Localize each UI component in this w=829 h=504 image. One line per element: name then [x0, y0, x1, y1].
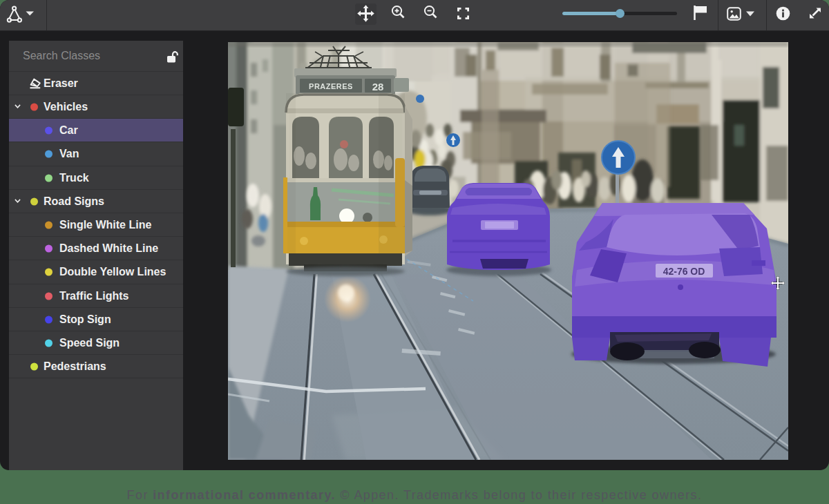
svg-text:28: 28 — [372, 81, 384, 93]
svg-text:42-76 OD: 42-76 OD — [663, 266, 705, 277]
svg-text:PRAZERES: PRAZERES — [309, 82, 353, 90]
